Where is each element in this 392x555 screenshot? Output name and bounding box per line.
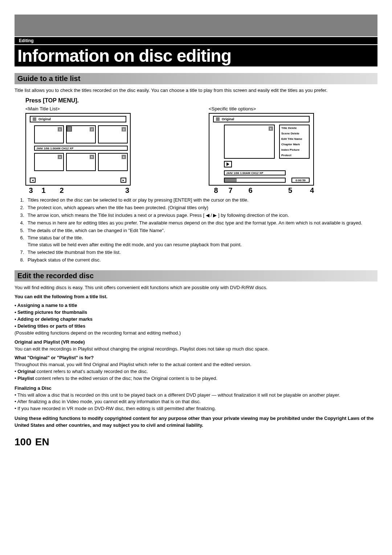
orig-bullet-text: content refers to what's actually record… bbox=[35, 369, 148, 374]
callout-3l: 3 bbox=[25, 186, 36, 195]
thumb-num-5: 5 bbox=[90, 155, 94, 159]
menu-protect: Protect bbox=[280, 153, 309, 158]
diagram-left-label: <Main Title List> bbox=[25, 106, 194, 112]
original-label-2: Original bbox=[222, 117, 234, 121]
page-footer: 100 EN bbox=[15, 436, 377, 448]
note-6: Time status bar of the title. Time statu… bbox=[25, 235, 377, 248]
callout-7: 7 bbox=[223, 186, 238, 195]
orig-bullet: Original content refers to what's actual… bbox=[15, 368, 377, 375]
original-color-icon-2 bbox=[216, 117, 220, 121]
edit-item-2: Setting pictures for thumbnails bbox=[15, 309, 377, 316]
diagram-right: <Specific title options> Original 6 Titl… bbox=[209, 106, 377, 195]
note-3: The arrow icon, which means the Title li… bbox=[25, 212, 377, 219]
page-title: Information on disc editing bbox=[17, 46, 375, 66]
note-1: Titles recorded on the disc can be selec… bbox=[25, 197, 377, 204]
callout-2: 2 bbox=[51, 186, 73, 195]
thumb-num-1: 1 bbox=[58, 127, 62, 131]
section-heading-1-text: Guide to a title list bbox=[17, 74, 375, 83]
selected-thumb-num: 6 bbox=[269, 126, 273, 131]
thumb-6: 6 bbox=[98, 153, 128, 171]
page-title-bar: Information on disc editing bbox=[15, 45, 377, 66]
what-heading: What "Original" or "Playlist" is for? bbox=[15, 355, 377, 361]
menu-scene-delete: Scene Delete bbox=[280, 131, 309, 136]
thumb-num-3: 3 bbox=[122, 127, 126, 131]
info-strip-right: JAN/ 1/06 1:00AM CH12 XP bbox=[224, 170, 286, 175]
language-code: EN bbox=[35, 436, 49, 448]
diagram-right-label: <Specific title options> bbox=[209, 106, 377, 112]
section-label-bar: Editing bbox=[15, 37, 377, 44]
main-title-list-screen: Original 1 2 3 JAN/ 1/06 1:00AM CH12 XP … bbox=[25, 113, 131, 186]
pl-bullet: Playlist content refers to the edited ve… bbox=[15, 375, 377, 382]
top-gray-bar bbox=[15, 15, 377, 36]
callouts-right: 8 7 6 5 4 bbox=[209, 186, 314, 195]
what-text: Throughout this manual, you will find Or… bbox=[15, 361, 377, 368]
section-heading-1: Guide to a title list bbox=[15, 73, 377, 84]
thumb-num-2: 2 bbox=[90, 127, 94, 131]
callout-6: 6 bbox=[238, 186, 263, 195]
info-strip-left: JAN/ 1/06 1:00AM CH12 XP bbox=[34, 146, 128, 151]
possible-note: (Possible editing functions depend on th… bbox=[15, 330, 377, 337]
callout-3r: 3 bbox=[73, 186, 131, 195]
press-instruction: Press [TOP MENU]. bbox=[25, 97, 377, 104]
thumb-3: 3 bbox=[98, 125, 128, 143]
callout-1: 1 bbox=[36, 186, 51, 195]
callout-5: 5 bbox=[263, 186, 307, 195]
finalize-2: After finalizing a disc in Video mode, y… bbox=[15, 398, 377, 405]
menu-index-picture: Index Picture bbox=[280, 147, 309, 153]
manual-page: Editing Information on disc editing Guid… bbox=[0, 15, 392, 448]
edit-menu: Title Delete Scene Delete Edit Title Nam… bbox=[279, 125, 310, 159]
section1-intro: Title list allows you to check the title… bbox=[15, 87, 377, 94]
thumb-num-6: 6 bbox=[122, 155, 126, 159]
pl-bullet-label: Playlist bbox=[17, 376, 34, 381]
finalize-1: This will allow a disc that is recorded … bbox=[15, 392, 377, 399]
thumb-num-4: 4 bbox=[58, 155, 62, 159]
thumb-row-2: 4 5 6 bbox=[34, 153, 128, 171]
notes-list: Titles recorded on the disc can be selec… bbox=[25, 197, 377, 264]
prev-page-arrow-icon: ◄ bbox=[30, 178, 36, 183]
page-number: 100 bbox=[15, 436, 32, 448]
can-edit-heading: You can edit the following from a title … bbox=[15, 293, 377, 300]
time-status-bar bbox=[224, 178, 286, 183]
what-bullets: Original content refers to what's actual… bbox=[15, 368, 377, 382]
section2-intro: You will find editing discs is easy. Thi… bbox=[15, 284, 377, 291]
time-fill bbox=[225, 178, 237, 182]
vr-heading: Original and Playlist (VR mode) bbox=[15, 339, 377, 346]
orig-bullet-label: Original bbox=[17, 369, 35, 374]
next-page-arrow-icon: ► bbox=[121, 178, 126, 183]
note-4: The menus in here are for editing titles… bbox=[25, 220, 377, 227]
original-bar: Original bbox=[30, 116, 126, 122]
note-5: The details of the title, which can be c… bbox=[25, 227, 377, 234]
menu-title-delete: Title Delete bbox=[280, 125, 309, 131]
edit-item-3: Adding or deleting chapter marks bbox=[15, 316, 377, 323]
warning-text: Using these editing functions to modify … bbox=[15, 415, 377, 429]
section-label: Editing bbox=[19, 38, 34, 43]
section-heading-2: Edit the recorded disc bbox=[15, 270, 377, 281]
finalize-3: If you have recorded in VR mode on DVD-R… bbox=[15, 405, 377, 412]
can-edit-list: Assigning a name to a title Setting pict… bbox=[15, 302, 377, 329]
callout-4: 4 bbox=[307, 186, 314, 195]
thumb-row-1: 1 2 3 bbox=[34, 125, 128, 143]
note-7: The selected title thumbnail from the ti… bbox=[25, 249, 377, 256]
original-color-icon bbox=[33, 117, 36, 121]
edit-item-1: Assigning a name to a title bbox=[15, 302, 377, 309]
callouts-left: 3 1 2 3 bbox=[25, 186, 131, 195]
vr-text: You can edit the recordings in Playlist … bbox=[15, 346, 377, 353]
thumb-1: 1 bbox=[34, 125, 64, 143]
duration-box: 0:00:59 bbox=[291, 178, 310, 183]
pl-bullet-text: content refers to the edited version of … bbox=[34, 376, 217, 381]
original-bar-2: Original bbox=[213, 116, 310, 122]
playback-status-icon bbox=[224, 161, 232, 167]
specific-title-options-screen: Original 6 Title Delete Scene Delete Edi… bbox=[209, 113, 314, 186]
diagram-left: <Main Title List> Original 1 2 3 JAN/ 1/… bbox=[25, 106, 194, 195]
selected-thumb: 6 bbox=[224, 125, 275, 159]
note-8: Playback status of the current disc. bbox=[25, 257, 377, 264]
section-heading-2-text: Edit the recorded disc bbox=[17, 272, 375, 280]
diagrams-row: <Main Title List> Original 1 2 3 JAN/ 1/… bbox=[25, 106, 377, 195]
lock-icon bbox=[67, 126, 72, 131]
callout-8: 8 bbox=[209, 186, 223, 195]
finalize-heading: Finalizing a Disc bbox=[15, 385, 377, 392]
menu-chapter-mark: Chapter Mark bbox=[280, 142, 309, 147]
finalize-list: This will allow a disc that is recorded … bbox=[15, 392, 377, 413]
note-2: The protect icon, which appears when the… bbox=[25, 204, 377, 211]
thumb-5: 5 bbox=[66, 153, 96, 171]
